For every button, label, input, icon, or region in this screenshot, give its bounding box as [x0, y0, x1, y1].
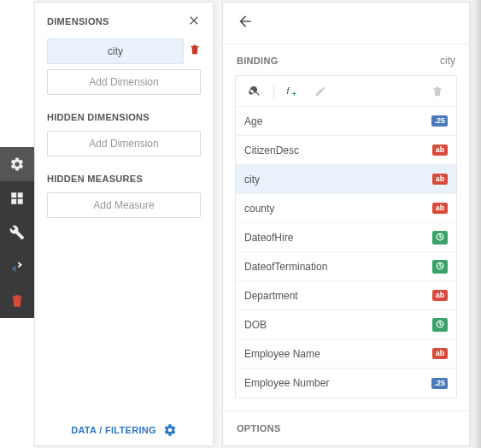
field-row[interactable]: Age.25 — [236, 107, 456, 136]
field-row[interactable]: countyab — [236, 194, 456, 223]
arrow-left-icon — [237, 13, 254, 30]
trash-icon — [431, 85, 443, 97]
field-name: county — [244, 203, 274, 215]
options-section[interactable]: OPTIONS — [223, 410, 469, 445]
sidebar-swap[interactable] — [0, 250, 34, 284]
binding-title: BINDING — [237, 56, 279, 66]
remove-dimension-button[interactable] — [189, 44, 201, 59]
data-shaping-section[interactable]: DATA SHAPING — [223, 445, 469, 446]
field-row[interactable]: DateofTermination — [236, 252, 456, 281]
search-icon — [249, 85, 261, 97]
field-name: Department — [244, 290, 298, 302]
add-measure-button[interactable]: Add Measure — [47, 192, 201, 218]
layout-icon — [9, 191, 25, 206]
sidebar-wrench[interactable] — [0, 215, 34, 250]
swap-icon — [9, 259, 25, 274]
field-name: CitizenDesc — [244, 144, 299, 156]
gear-icon — [163, 423, 177, 437]
search-button[interactable] — [243, 80, 267, 103]
function-plus-icon: f+ — [285, 84, 301, 99]
hidden-measures-title: HIDDEN MEASURES — [47, 174, 201, 184]
data-filtering-button[interactable]: DATA / FILTERING — [35, 423, 213, 437]
field-list: f+ Age.25CitizenDescabcityabcountyabDate… — [235, 75, 457, 398]
field-name: Age — [244, 115, 262, 127]
type-badge-number: .25 — [431, 115, 448, 127]
field-name: Employee Name — [244, 348, 320, 360]
delete-field-button — [425, 80, 449, 103]
dimensions-panel: DIMENSIONS city Add Dimension HIDDEN DIM… — [34, 2, 214, 446]
close-panel-button[interactable] — [187, 13, 201, 30]
type-badge-string: ab — [432, 174, 448, 185]
binding-panel: BINDING city f+ Age.25CitizenDe — [222, 2, 470, 446]
field-row[interactable]: Employee Number.25 — [236, 368, 456, 398]
binding-value: city — [440, 55, 455, 67]
type-badge-date — [432, 231, 448, 245]
field-name: Employee Number — [244, 377, 329, 389]
type-badge-string: ab — [432, 144, 448, 156]
svg-text:f: f — [287, 85, 290, 96]
close-icon — [187, 14, 201, 27]
add-hidden-dimension-button[interactable]: Add Dimension — [47, 131, 201, 156]
wrench-icon — [9, 225, 25, 240]
field-toolbar: f+ — [236, 76, 456, 107]
dimension-chip[interactable]: city — [47, 38, 184, 64]
field-row[interactable]: Employee Nameab — [236, 339, 456, 368]
field-name: DOB — [244, 319, 267, 331]
add-dimension-button[interactable]: Add Dimension — [47, 69, 201, 95]
sidebar-layout[interactable] — [0, 181, 34, 215]
field-name: DateofHire — [244, 232, 293, 244]
type-badge-date — [432, 318, 448, 332]
field-row[interactable]: DOB — [236, 310, 456, 339]
hidden-dimensions-title: HIDDEN DIMENSIONS — [47, 112, 201, 122]
trash-icon — [189, 44, 201, 56]
svg-text:+: + — [292, 89, 297, 98]
type-badge-string: ab — [432, 348, 448, 359]
edit-field-button — [308, 80, 332, 103]
type-badge-number: .25 — [431, 378, 448, 389]
add-calculated-field-button[interactable]: f+ — [281, 80, 305, 103]
type-badge-date — [432, 260, 448, 274]
pencil-icon — [314, 85, 326, 97]
gear-icon — [9, 156, 25, 172]
separator — [273, 83, 274, 100]
dimensions-title: DIMENSIONS — [47, 16, 109, 27]
shadow — [472, 0, 481, 448]
field-name: DateofTermination — [244, 261, 327, 273]
sidebar-settings[interactable] — [0, 147, 34, 181]
data-filtering-label: DATA / FILTERING — [71, 425, 156, 435]
back-button[interactable] — [237, 13, 254, 34]
trash-icon — [9, 293, 25, 309]
type-badge-string: ab — [432, 203, 448, 214]
field-row[interactable]: DateofHire — [236, 223, 456, 252]
field-row[interactable]: CitizenDescab — [236, 136, 456, 165]
field-row[interactable]: cityab — [236, 165, 456, 194]
sidebar-delete[interactable] — [0, 284, 34, 318]
tool-sidebar — [0, 0, 34, 448]
field-name: city — [244, 174, 260, 186]
type-badge-string: ab — [432, 290, 448, 301]
field-row[interactable]: Departmentab — [236, 281, 456, 310]
